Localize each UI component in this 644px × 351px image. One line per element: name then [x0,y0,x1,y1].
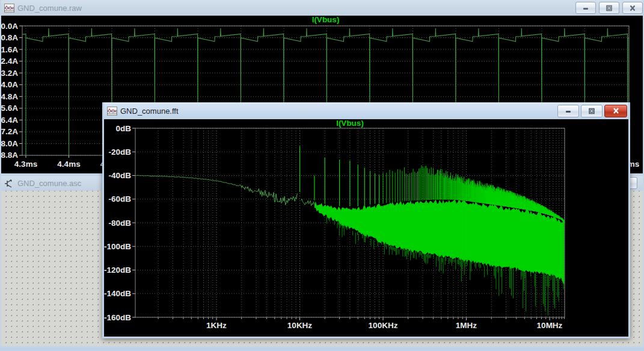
fft-window-titlebar[interactable]: GND_comune.fft [104,102,628,119]
ltspice-workspace: { "colors": { "trace_green_bright": "#00… [0,0,644,351]
svg-text:I(Vbus): I(Vbus) [312,16,340,24]
svg-text:-40dB: -40dB [108,171,131,180]
svg-text:4.4ms: 4.4ms [57,160,80,169]
svg-text:-1.6A: -1.6A [1,45,18,54]
asc-window-title: GND_comune.asc [17,179,81,188]
fft-minimize-button[interactable] [557,105,579,117]
svg-text:-80dB: -80dB [108,219,131,228]
fft-close-button[interactable] [604,105,627,117]
svg-text:-6.4A: -6.4A [1,116,18,125]
fft-plot-client: 0dB-20dB-40dB-60dB-80dB-100dB-120dB-140d… [104,119,628,337]
svg-text:4.3ms: 4.3ms [14,160,37,169]
fft-maximize-button[interactable] [581,105,603,117]
svg-text:0.0A: 0.0A [1,22,18,31]
svg-text:-20dB: -20dB [108,148,131,157]
svg-text:-7.2A: -7.2A [1,127,18,136]
svg-text:-3.2A: -3.2A [1,69,18,78]
svg-text:10MHz: 10MHz [537,321,563,330]
svg-text:0dB: 0dB [115,124,131,133]
raw-window-titlebar[interactable]: GND_comune.raw [1,0,643,16]
svg-text:-0.8A: -0.8A [1,33,18,42]
window-gnd-comune-fft: GND_comune.fft 0dB-20dB-40dB-60dB-80dB-1… [102,102,630,338]
raw-window-title: GND_comune.raw [17,4,82,13]
svg-text:-100dB: -100dB [104,242,131,251]
svg-text:10KHz: 10KHz [287,321,313,330]
svg-text:I(Vbus): I(Vbus) [336,119,364,128]
svg-text:-5.6A: -5.6A [1,104,18,113]
raw-close-button[interactable] [622,2,643,14]
svg-text:-140dB: -140dB [104,289,131,298]
schematic-file-icon[interactable] [4,179,14,188]
fft-plot[interactable]: 0dB-20dB-40dB-60dB-80dB-100dB-120dB-140d… [104,119,628,337]
waveform-file-icon[interactable] [4,4,14,13]
svg-text:-120dB: -120dB [104,266,131,275]
svg-text:-160dB: -160dB [104,313,131,322]
svg-text:1MHz: 1MHz [456,321,477,330]
svg-text:-8.0A: -8.0A [1,139,18,148]
svg-text:-4.0A: -4.0A [1,80,18,89]
raw-maximize-button[interactable] [599,2,619,14]
raw-minimize-button[interactable] [575,2,596,14]
svg-text:-60dB: -60dB [108,194,131,203]
waveform-file-icon[interactable] [107,107,117,116]
svg-text:-2.4A: -2.4A [1,57,18,66]
svg-text:-4.8A: -4.8A [1,92,18,101]
svg-text:-8.8A: -8.8A [1,151,18,160]
svg-text:100KHz: 100KHz [369,321,398,330]
fft-window-title: GND_comune.fft [120,107,179,116]
svg-text:1KHz: 1KHz [206,321,227,330]
